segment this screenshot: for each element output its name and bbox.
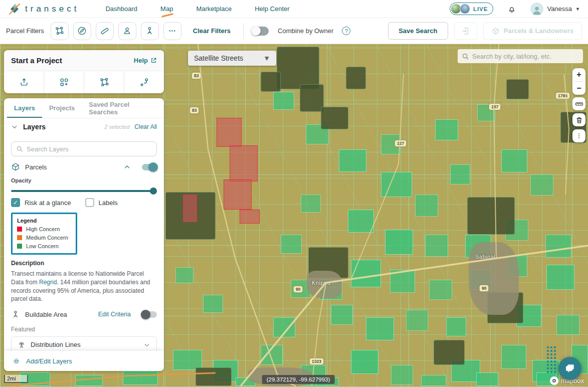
drag-handle-dots[interactable]	[547, 346, 556, 373]
measure-tool-button[interactable]	[572, 97, 585, 110]
mapbox-logo-icon	[550, 376, 558, 385]
tab-layers[interactable]: Layers	[7, 98, 42, 118]
basemap-style-selector[interactable]: Satellite Streets ▼	[188, 51, 276, 66]
notifications-bell-icon[interactable]	[507, 5, 516, 14]
clear-filters-link[interactable]: Clear Filters	[193, 27, 231, 35]
environmental-filter-button[interactable]	[73, 22, 91, 40]
zoom-out-button[interactable]: −	[572, 82, 585, 95]
tab-projects[interactable]: Projects	[42, 98, 82, 118]
basemap-style-value: Satellite Streets	[194, 54, 243, 62]
transect-logo-icon	[8, 3, 21, 16]
user-menu[interactable]: Vanessa ▼	[530, 3, 580, 16]
more-filters-button[interactable]	[163, 22, 181, 40]
collapse-chevron-icon[interactable]	[11, 123, 18, 130]
map-search-input[interactable]	[472, 53, 579, 60]
draw-parcel-button[interactable]	[84, 71, 124, 93]
route-project-button[interactable]	[124, 71, 164, 93]
panel-footer: Add/Edit Layers	[4, 351, 164, 371]
buildable-area-label: Buildable Area	[25, 311, 67, 318]
add-edit-layers-link[interactable]: Add/Edit Layers	[26, 357, 72, 365]
save-search-button[interactable]: Save Search	[388, 22, 448, 40]
layer-search-box[interactable]	[11, 141, 157, 156]
nav-marketplace[interactable]: Marketplace	[196, 1, 232, 17]
help-link[interactable]: Help	[134, 57, 157, 64]
surveyor-filter-button[interactable]	[141, 22, 159, 40]
parcels-landowners-button[interactable]: Parcels & Landowners	[483, 22, 582, 40]
filter-toolbar: Parcel Filters Clear Filters Combine by …	[0, 18, 588, 44]
buildable-area-row: Buildable Area Edit Criteria	[11, 308, 157, 320]
opacity-slider-thumb[interactable]	[150, 187, 157, 195]
polygon-icon	[99, 77, 109, 87]
gear-icon[interactable]	[12, 357, 21, 365]
upload-project-button[interactable]	[4, 71, 44, 93]
new-project-grid-button[interactable]	[44, 71, 84, 93]
live-session-button[interactable]: LIVE	[450, 3, 494, 15]
nav-map[interactable]: Map	[160, 1, 173, 17]
legend-swatch-medium	[17, 235, 22, 240]
labels-checkbox[interactable]: Labels	[85, 198, 118, 207]
legend-swatch-high	[17, 227, 22, 232]
layers-card: Layers Projects Saved Parcel Searches La…	[4, 98, 164, 371]
combine-by-owner-toggle[interactable]	[252, 27, 269, 36]
search-icon	[462, 53, 469, 60]
opacity-label: Opacity	[11, 177, 157, 183]
brand-logo[interactable]: transect	[8, 3, 79, 16]
parcels-landowners-label: Parcels & Landowners	[504, 27, 573, 35]
layers-body: Parcels Opacity ✓ Risk at a glan	[4, 135, 164, 351]
start-project-title: Start a Project	[11, 56, 62, 65]
edit-criteria-link[interactable]: Edit Criteria	[98, 311, 131, 318]
draw-polygon-filter-button[interactable]	[51, 22, 69, 40]
legend-swatch-low	[17, 244, 22, 249]
legend-item-high: High Concern	[17, 226, 71, 232]
cursor-coordinates: (29.372129, -99.627993)	[262, 375, 335, 384]
delete-tool-button[interactable]	[572, 113, 585, 126]
export-button[interactable]	[454, 22, 477, 40]
panel-tabs: Layers Projects Saved Parcel Searches	[4, 98, 164, 118]
legend-title: Legend	[17, 218, 71, 224]
nav-help-center[interactable]: Help Center	[255, 1, 289, 17]
layers-section-header: Layers 2 selected Clear All	[4, 118, 164, 135]
map[interactable]: 8383187127179690901023SabinalKnippaUvald…	[0, 44, 588, 387]
layer-search-input[interactable]	[27, 145, 152, 153]
route-icon	[139, 77, 149, 87]
risk-at-a-glance-checkbox[interactable]: ✓ Risk at a glance	[11, 198, 71, 207]
buildable-area-toggle[interactable]	[142, 311, 157, 318]
user-name: Vanessa	[547, 5, 572, 13]
measure-filter-button[interactable]	[96, 22, 114, 40]
selected-count: 2 selected	[104, 124, 129, 130]
opacity-slider[interactable]	[11, 187, 157, 195]
checkbox-checked-icon: ✓	[11, 198, 20, 207]
legend-item-medium: Medium Concern	[17, 235, 71, 241]
collapse-parcels-chevron-icon[interactable]	[123, 163, 131, 171]
combine-help-icon[interactable]: ?	[342, 27, 350, 35]
start-project-card: Start a Project Help	[4, 50, 164, 93]
chevron-down-icon	[143, 341, 150, 348]
ruler-icon	[575, 100, 583, 108]
parcels-layer-row: Parcels	[11, 161, 157, 173]
surveyor-icon	[11, 310, 20, 319]
kebab-icon	[575, 132, 582, 139]
parcels-layer-toggle[interactable]	[142, 164, 157, 170]
transmission-tower-icon	[18, 341, 26, 349]
map-search-box[interactable]	[458, 49, 583, 63]
cube-icon	[11, 162, 20, 171]
regrid-link[interactable]: Regrid	[39, 279, 57, 286]
layers-section-title: Layers	[23, 123, 46, 131]
description-text: Transect maintains a license to Nationwi…	[11, 270, 157, 303]
grid-plus-icon	[59, 77, 69, 87]
parcels-layer-label: Parcels	[25, 163, 47, 171]
combine-by-owner-label: Combine by Owner	[278, 27, 333, 35]
description-title: Description	[11, 260, 157, 267]
legend-box: Legend High Concern Medium Concern Low C…	[11, 213, 77, 255]
main-navigation: Dashboard Map Marketplace Help Center	[105, 1, 289, 17]
chat-support-button[interactable]	[558, 357, 581, 380]
owner-filter-button[interactable]	[118, 22, 136, 40]
clear-all-link[interactable]: Clear All	[134, 123, 157, 130]
tab-saved-parcel-searches[interactable]: Saved Parcel Searches	[82, 98, 161, 118]
zoom-in-button[interactable]: +	[572, 68, 585, 81]
style-caret-icon: ▼	[263, 54, 270, 62]
nav-dashboard[interactable]: Dashboard	[105, 1, 137, 17]
toolbar-divider	[243, 24, 244, 39]
distribution-lines-card[interactable]: Distribution Lines	[11, 336, 157, 351]
map-more-options-button[interactable]	[572, 129, 585, 142]
